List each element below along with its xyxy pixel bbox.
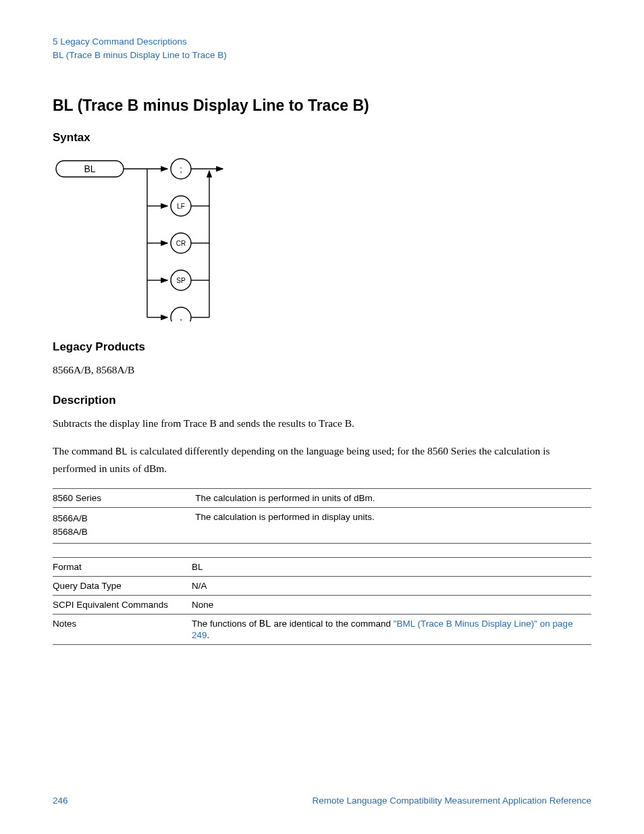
desc-p2-code: BL bbox=[115, 446, 128, 458]
calc-val-0: The calculation is performed in units of… bbox=[195, 488, 591, 507]
properties-table: Format BL Query Data Type N/A SCPI Equiv… bbox=[53, 557, 591, 645]
table-row: Notes The functions of BL are identical … bbox=[53, 615, 591, 645]
svg-text:LF: LF bbox=[177, 203, 185, 210]
prop-query-val: N/A bbox=[192, 577, 591, 596]
calc-val-1: The calculation is performed in display … bbox=[195, 507, 591, 544]
page-number: 246 bbox=[53, 796, 68, 806]
section-legacy-products: Legacy Products bbox=[53, 340, 591, 354]
syntax-diagram: BL ; LF CR SP bbox=[53, 153, 591, 324]
prop-format-key: Format bbox=[53, 558, 192, 577]
svg-text:SP: SP bbox=[176, 277, 186, 284]
notes-prefix: The functions of bbox=[192, 619, 259, 629]
breadcrumb-chapter: 5 Legacy Command Descriptions bbox=[53, 35, 591, 49]
calc-key-0: 8560 Series bbox=[53, 488, 195, 507]
table-row: Format BL bbox=[53, 558, 591, 577]
svg-text:CR: CR bbox=[176, 240, 186, 247]
desc-p2-suffix: is calculated differently depending on t… bbox=[53, 445, 550, 474]
notes-code: BL bbox=[259, 619, 271, 630]
prop-notes-key: Notes bbox=[53, 615, 192, 645]
desc-p2-prefix: The command bbox=[53, 445, 115, 457]
breadcrumb-topic: BL (Trace B minus Display Line to Trace … bbox=[53, 49, 591, 62]
section-description: Description bbox=[53, 394, 591, 407]
table-row: Query Data Type N/A bbox=[53, 577, 591, 596]
prop-scpi-val: None bbox=[192, 596, 591, 615]
svg-text:BL: BL bbox=[84, 163, 95, 174]
page-footer: 246 Remote Language Compatibility Measur… bbox=[53, 796, 591, 806]
table-row: 8566A/B 8568A/B The calculation is perfo… bbox=[53, 507, 591, 544]
svg-text:,: , bbox=[180, 312, 182, 321]
legacy-products-text: 8566A/B, 8568A/B bbox=[53, 362, 591, 377]
table-row: SCPI Equivalent Commands None bbox=[53, 596, 591, 615]
description-paragraph-2: The command BL is calculated differently… bbox=[53, 443, 591, 476]
calculation-table: 8560 Series The calculation is performed… bbox=[53, 488, 591, 544]
document-title: Remote Language Compatibility Measuremen… bbox=[313, 796, 591, 806]
page-title: BL (Trace B minus Display Line to Trace … bbox=[53, 97, 591, 115]
page: 5 Legacy Command Descriptions BL (Trace … bbox=[0, 0, 644, 834]
prop-query-key: Query Data Type bbox=[53, 577, 192, 596]
prop-notes-val: The functions of BL are identical to the… bbox=[192, 615, 591, 645]
calc-key-1: 8566A/B 8568A/B bbox=[53, 507, 195, 544]
notes-mid: are identical to the command bbox=[271, 619, 394, 629]
prop-scpi-key: SCPI Equivalent Commands bbox=[53, 596, 192, 615]
calc-key-1b: 8568A/B bbox=[53, 525, 178, 539]
description-paragraph-1: Subtracts the display line from Trace B … bbox=[53, 415, 591, 431]
svg-text:;: ; bbox=[180, 164, 182, 174]
calc-key-1a: 8566A/B bbox=[53, 512, 178, 525]
section-syntax: Syntax bbox=[53, 131, 591, 145]
prop-format-val: BL bbox=[192, 558, 591, 577]
table-row: 8560 Series The calculation is performed… bbox=[53, 488, 591, 507]
notes-suffix: . bbox=[207, 630, 210, 640]
breadcrumb: 5 Legacy Command Descriptions BL (Trace … bbox=[53, 35, 591, 63]
